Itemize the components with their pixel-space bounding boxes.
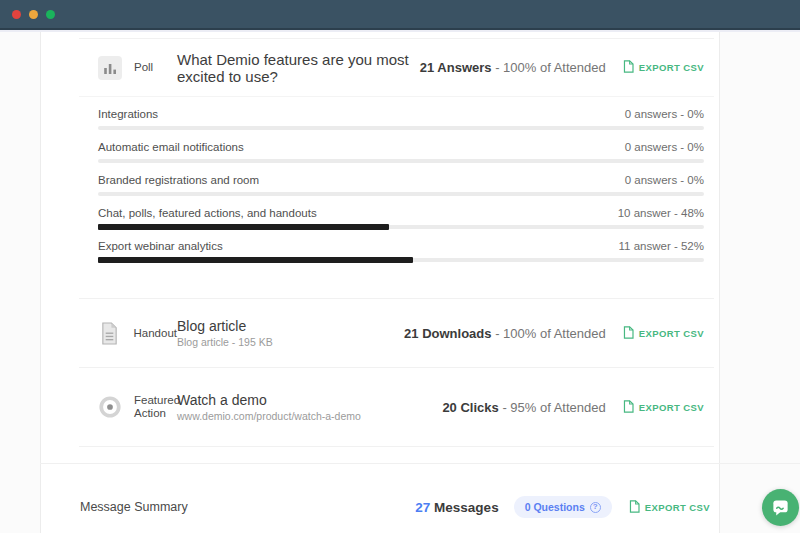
- poll-option-bar-track: [98, 192, 704, 196]
- poll-attended-pct: - 100% of Attended: [495, 60, 606, 75]
- footer-divider: [40, 463, 800, 464]
- poll-option-label: Chat, polls, featured actions, and hando…: [98, 206, 317, 221]
- file-icon: [629, 500, 640, 515]
- poll-options-list: Integrations 0 answers - 0% Automatic em…: [79, 97, 714, 263]
- message-summary-controls: 27 Messages 0 Questions EXPORT CSV: [415, 496, 710, 518]
- document-icon: [98, 322, 122, 345]
- poll-option-label: Integrations: [98, 107, 158, 122]
- close-window-button[interactable]: [12, 10, 21, 19]
- handout-section: Handout Blog article Blog article - 195 …: [79, 299, 714, 368]
- poll-option-bar: [98, 257, 704, 263]
- featured-action-subtitle: www.demio.com/product/watch-a-demo: [177, 409, 361, 424]
- poll-question: What Demio features are you most excited…: [177, 51, 420, 85]
- poll-option-row: Export webinar analytics 11 answer - 52%: [98, 239, 704, 263]
- handout-info: Blog article Blog article - 195 KB: [177, 317, 273, 350]
- poll-export-csv-button[interactable]: EXPORT CSV: [623, 60, 704, 75]
- featured-action-stats: 20 Clicks - 95% of Attended: [442, 400, 605, 415]
- handout-downloads-count: 21 Downloads: [404, 326, 491, 341]
- poll-option-bar: [98, 191, 704, 197]
- handout-type: Handout: [98, 322, 177, 345]
- poll-option-stat: 11 answer - 52%: [619, 239, 704, 254]
- featured-action-title: Watch a demo: [177, 391, 361, 409]
- poll-option-stat: 10 answer - 48%: [618, 206, 704, 221]
- window-titlebar: [0, 0, 800, 30]
- featured-action-type: Featured Action: [98, 394, 177, 420]
- poll-option-stat: 0 answers - 0%: [625, 107, 704, 122]
- handout-export-csv-button[interactable]: EXPORT CSV: [623, 326, 704, 341]
- messages-export-csv-button[interactable]: EXPORT CSV: [629, 500, 710, 515]
- message-summary-bar: Message Summary 27 Messages 0 Questions: [80, 477, 710, 533]
- poll-option-label: Branded registrations and room: [98, 173, 259, 188]
- chat-launcher-button[interactable]: [762, 489, 799, 526]
- featured-action-info: Watch a demo www.demio.com/product/watch…: [177, 391, 361, 424]
- poll-header: Poll What Demio features are you most ex…: [79, 39, 714, 97]
- file-icon: [623, 400, 634, 415]
- handout-type-label: Handout: [134, 327, 177, 340]
- poll-type: Poll: [98, 56, 177, 80]
- poll-option-stat: 0 answers - 0%: [625, 140, 704, 155]
- handout-title: Blog article: [177, 317, 273, 335]
- poll-option-label: Automatic email notifications: [98, 140, 244, 155]
- featured-action-type-label: Featured Action: [134, 394, 178, 420]
- featured-action-row: Featured Action Watch a demo www.demio.c…: [79, 368, 714, 446]
- poll-option-bar-track: [98, 126, 704, 130]
- featured-action-export-csv-button[interactable]: EXPORT CSV: [623, 400, 704, 415]
- poll-option-bar: [98, 224, 704, 230]
- poll-option-row: Chat, polls, featured actions, and hando…: [98, 206, 704, 230]
- zoom-window-button[interactable]: [46, 10, 55, 19]
- app-window: Poll What Demio features are you most ex…: [0, 0, 800, 533]
- target-icon: [98, 395, 122, 419]
- poll-option-bar-fill: [98, 257, 413, 263]
- featured-action-clicks-count: 20 Clicks: [442, 400, 498, 415]
- poll-option-bar-fill: [98, 224, 389, 230]
- file-icon: [623, 326, 634, 341]
- messages-count: 27 Messages: [415, 500, 498, 515]
- poll-option-bar: [98, 125, 704, 131]
- poll-option-row: Integrations 0 answers - 0%: [98, 107, 704, 131]
- questions-badge[interactable]: 0 Questions: [514, 496, 612, 518]
- minimize-window-button[interactable]: [29, 10, 38, 19]
- featured-action-section: Featured Action Watch a demo www.demio.c…: [79, 368, 714, 447]
- analytics-page: Poll What Demio features are you most ex…: [0, 30, 800, 533]
- poll-option-row: Branded registrations and room 0 answers…: [98, 173, 704, 197]
- poll-option-label: Export webinar analytics: [98, 239, 223, 254]
- message-summary-title: Message Summary: [80, 500, 188, 514]
- poll-answers-count: 21 Answers: [420, 60, 492, 75]
- handout-row: Handout Blog article Blog article - 195 …: [79, 299, 714, 367]
- messages-label: Messages: [434, 500, 499, 515]
- handout-subtitle: Blog article - 195 KB: [177, 335, 273, 350]
- poll-section: Poll What Demio features are you most ex…: [79, 38, 714, 299]
- handout-stats: 21 Downloads - 100% of Attended: [404, 326, 606, 341]
- messages-number: 27: [415, 500, 430, 515]
- featured-action-attended-pct: - 95% of Attended: [502, 400, 605, 415]
- handout-attended-pct: - 100% of Attended: [495, 326, 606, 341]
- poll-option-bar-track: [98, 159, 704, 163]
- file-icon: [623, 60, 634, 75]
- help-circle-icon: [590, 502, 601, 513]
- bar-chart-icon: [98, 56, 122, 80]
- chat-bubble-icon: [771, 498, 790, 517]
- poll-option-row: Automatic email notifications 0 answers …: [98, 140, 704, 164]
- poll-option-stat: 0 answers - 0%: [625, 173, 704, 188]
- poll-option-bar: [98, 158, 704, 164]
- poll-stats: 21 Answers - 100% of Attended: [420, 60, 606, 75]
- poll-type-label: Poll: [134, 61, 153, 74]
- analytics-panel: Poll What Demio features are you most ex…: [40, 32, 720, 533]
